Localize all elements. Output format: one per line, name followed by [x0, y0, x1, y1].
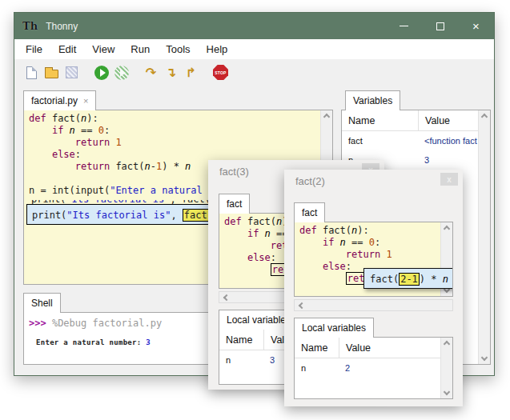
save-file-button[interactable] [62, 62, 82, 82]
shell-user-input: 3 [146, 338, 151, 346]
column-header-name: Name [219, 334, 263, 346]
scroll-up-icon[interactable] [481, 114, 488, 120]
column-header-name: Name [295, 342, 339, 354]
table-row[interactable]: n2 [295, 358, 440, 378]
close-icon: × [472, 20, 480, 32]
toolbar: ↷ ↴ ↱ STOP [14, 59, 494, 86]
table-header-row: NameValue [342, 110, 478, 131]
minimize-icon [400, 26, 408, 26]
run-play-icon [94, 66, 109, 80]
table-row[interactable]: fact<function fact a [342, 131, 478, 150]
step-into-button[interactable]: ↴ [161, 62, 181, 82]
local-variables-table: NameValuen2 [295, 338, 440, 398]
window-title: Thonny [46, 21, 78, 32]
step-out-button[interactable]: ↱ [181, 62, 201, 82]
local-variables-pane: NameValuen2 [294, 337, 453, 399]
open-file-button[interactable] [42, 62, 62, 82]
editor-tab-label: factorial.py [31, 95, 78, 106]
tab-close-icon[interactable]: × [83, 96, 88, 106]
scroll-left-icon[interactable] [299, 302, 305, 308]
thonny-logo-icon: Th [22, 20, 38, 32]
variables-scrollbar[interactable] [478, 110, 490, 364]
scroll-left-icon[interactable] [223, 294, 230, 300]
column-header-name: Name [342, 115, 418, 126]
column-header-value: Value [418, 110, 478, 130]
table-header-row: NameValue [295, 338, 440, 358]
minimize-button[interactable] [386, 13, 422, 39]
run-button[interactable] [91, 62, 111, 82]
frame-title[interactable]: fact(3) [219, 166, 249, 178]
local-variables-tab-label: Local variables [227, 314, 291, 326]
variables-tab-label: Variables [353, 95, 392, 106]
menubar: FileEditViewRunToolsHelp [14, 39, 494, 59]
shell-prompt: >>> [29, 318, 52, 329]
debug-button[interactable] [111, 62, 131, 82]
code-line: else: [29, 149, 320, 161]
scroll-down-icon[interactable] [444, 389, 450, 395]
local-variables-tab-label: Local variables [302, 322, 366, 334]
scroll-up-icon[interactable] [323, 114, 330, 120]
shell-command: %Debug factorial.py [52, 318, 162, 329]
menu-item-help[interactable]: Help [199, 39, 236, 59]
frame-tab-label: fact [302, 207, 317, 218]
column-header-value: Value [339, 338, 440, 358]
code-line: if n == 0: [29, 125, 320, 137]
step-over-button[interactable]: ↷ [141, 62, 161, 82]
new-file-icon [26, 66, 37, 79]
code-line: def fact(n): [299, 225, 440, 237]
menu-item-tools[interactable]: Tools [158, 39, 198, 59]
code-line: return 1 [29, 137, 320, 149]
evaluation-box: fact(2-1) * n [363, 268, 453, 289]
code-line: return 1 [299, 249, 440, 261]
shell-tab-label: Shell [31, 298, 53, 309]
tab-shell[interactable]: Shell [23, 293, 61, 313]
new-file-button[interactable] [22, 62, 42, 82]
frame-tab-label: fact [227, 198, 242, 210]
maximize-button[interactable] [422, 13, 458, 39]
menu-item-edit[interactable]: Edit [50, 39, 84, 59]
frame-hscrollbar[interactable] [294, 299, 453, 311]
menu-item-run[interactable]: Run [122, 39, 158, 59]
open-folder-icon [45, 70, 58, 78]
step-into-icon: ↴ [166, 66, 176, 79]
frame-code-pane: def fact(n): if n == 0: return 1 else: r… [294, 222, 453, 297]
code-line: if n == 0: [299, 237, 440, 249]
close-button[interactable]: × [458, 13, 494, 39]
save-icon [66, 66, 78, 78]
scroll-down-icon[interactable] [481, 354, 488, 361]
tab-local-variables[interactable]: Local variables [294, 318, 374, 338]
tab-factorial-py[interactable]: factorial.py × [23, 90, 96, 110]
debug-play-icon [114, 66, 129, 80]
stop-sign-icon: STOP [213, 65, 228, 80]
code-line: def fact(n): [29, 113, 320, 125]
local-variables-scrollbar[interactable] [440, 338, 452, 398]
menu-item-view[interactable]: View [84, 39, 122, 59]
tab-variables[interactable]: Variables [345, 90, 400, 110]
scroll-up-icon[interactable] [444, 226, 450, 232]
stop-button[interactable]: STOP [211, 62, 231, 82]
desktop: Th Thonny × FileEditViewRunToolsHelp ↷ ↴… [0, 0, 510, 420]
active-statement-box: print("Its factorial is", fact(3)) [26, 204, 238, 225]
frame-window-fact2: fact(2) x fact def fact(n): if n == 0: r… [284, 170, 463, 406]
tab-fact[interactable]: fact [219, 194, 250, 214]
scroll-up-icon[interactable] [444, 341, 450, 347]
titlebar[interactable]: Th Thonny × [14, 13, 494, 39]
frame-close-button[interactable]: x [440, 173, 458, 186]
step-out-icon: ↱ [186, 66, 196, 79]
frame-title[interactable]: fact(2) [295, 175, 325, 187]
maximize-icon [436, 22, 444, 30]
menu-item-file[interactable]: File [18, 39, 50, 59]
step-over-icon: ↷ [146, 66, 156, 79]
tab-fact[interactable]: fact [294, 202, 325, 222]
